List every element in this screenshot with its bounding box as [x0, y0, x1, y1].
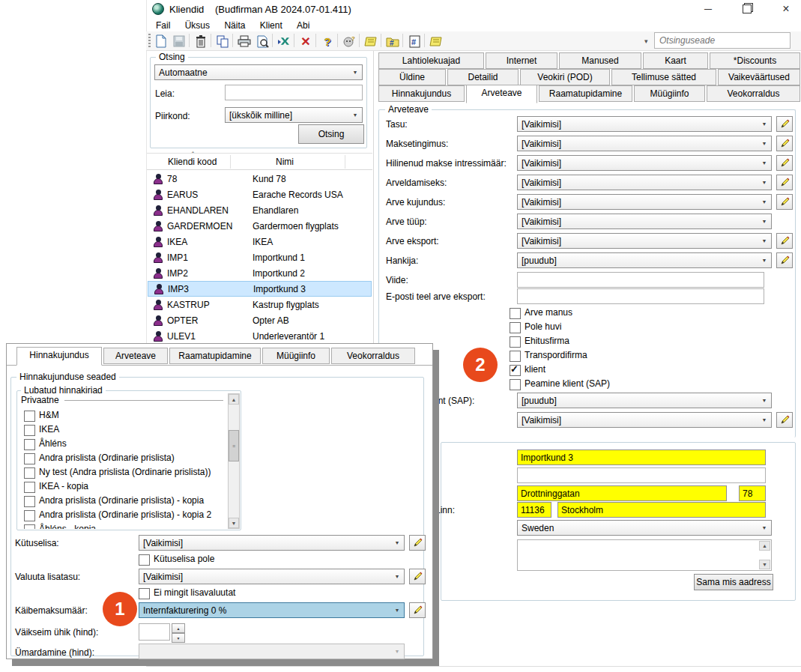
- scroll-down-icon[interactable]: ▼: [759, 560, 770, 569]
- scroll-thumb[interactable]: ≡: [229, 430, 239, 461]
- tab-arveteave-active[interactable]: Arveteave: [466, 85, 537, 103]
- tab-lahtiolekuajad[interactable]: Lahtiolekuajad: [378, 52, 484, 69]
- pricelist-listbox[interactable]: Privaatne H&M IKEA Åhléns Andra prislist…: [18, 393, 240, 529]
- edit-pencil-button[interactable]: [409, 602, 426, 618]
- new-document-icon[interactable]: [154, 34, 169, 49]
- toolbar-grip[interactable]: [148, 34, 151, 47]
- arve-manus-checkbox[interactable]: [510, 308, 521, 319]
- edit-pencil-button[interactable]: [776, 194, 793, 210]
- edit-pencil-button[interactable]: [409, 569, 426, 584]
- tab-manused[interactable]: Manused: [559, 52, 641, 69]
- arve-kujundus-select[interactable]: [Vaikimisi]▼: [517, 194, 772, 210]
- edit-pencil-button[interactable]: [776, 175, 793, 190]
- dialog-tab-muugiinfo[interactable]: Müügiinfo: [262, 348, 330, 364]
- menu-uksus[interactable]: Üksus: [179, 18, 216, 33]
- pricelist-checkbox[interactable]: [24, 411, 35, 422]
- edit-pencil-button[interactable]: [776, 252, 793, 268]
- pricelist-checkbox[interactable]: [24, 496, 35, 507]
- tasu-select[interactable]: [Vaikimisi]▼: [517, 116, 772, 132]
- page-number-icon[interactable]: #: [407, 34, 422, 49]
- tab-tellimuse-satted[interactable]: Tellimuse sätted: [611, 69, 716, 85]
- edit-pencil-button[interactable]: [776, 116, 793, 132]
- folder-number-icon[interactable]: #: [385, 34, 400, 49]
- tab-veokorraldus[interactable]: Veokorraldus: [707, 85, 800, 102]
- panel-splitter[interactable]: [373, 51, 374, 345]
- list-item[interactable]: ULEV1Underleverantör 1: [148, 328, 372, 344]
- print-icon[interactable]: [237, 34, 252, 49]
- notes-icon[interactable]: [429, 34, 444, 49]
- region-select[interactable]: [ükskõik milline]▼: [225, 107, 363, 123]
- list-item[interactable]: EHANDLARENEhandlaren: [148, 202, 372, 218]
- find-input[interactable]: [225, 85, 363, 100]
- search-input[interactable]: [654, 32, 791, 49]
- delete-icon[interactable]: [193, 34, 208, 49]
- currency-select[interactable]: [Vaikimisi]▼: [139, 569, 405, 584]
- city-field[interactable]: [557, 502, 766, 518]
- menu-klient[interactable]: Klient: [254, 18, 288, 33]
- scroll-down-icon[interactable]: ▼: [229, 518, 239, 528]
- scroll-up-icon[interactable]: ▲: [759, 541, 770, 551]
- no-extra-currency-checkbox[interactable]: [139, 588, 150, 599]
- column-header-name[interactable]: Nimi: [276, 157, 294, 167]
- stepper-down-icon[interactable]: ▼: [172, 633, 185, 643]
- dialog-tab-veokorraldus[interactable]: Veokorraldus: [331, 348, 415, 364]
- list-item[interactable]: IKEAIKEA: [148, 234, 372, 249]
- minimize-button[interactable]: ─: [695, 0, 721, 18]
- list-item[interactable]: OPTEROpter AB: [148, 312, 372, 328]
- viide-input[interactable]: [517, 272, 764, 288]
- tab-veokiri-pod[interactable]: Veokiri (POD): [520, 69, 610, 85]
- search-button[interactable]: Otsing: [298, 124, 364, 144]
- klient-checkbox[interactable]: [510, 365, 521, 376]
- peamine-klient-checkbox[interactable]: [510, 379, 521, 390]
- ehitusfirma-checkbox[interactable]: [510, 336, 521, 348]
- pricelist-checkbox[interactable]: [24, 425, 35, 436]
- client-list-header[interactable]: Kliendi kood ˆ Nimi: [147, 154, 372, 170]
- vat-select[interactable]: Internfakturering 0 %▼: [139, 602, 405, 618]
- fuel-none-checkbox[interactable]: [139, 554, 150, 566]
- pricelist-checkbox[interactable]: [24, 467, 35, 479]
- cancel-icon[interactable]: ✕: [298, 34, 313, 49]
- assistant-icon[interactable]: ?: [342, 34, 357, 49]
- arve-tuup-select[interactable]: [Vaikimisi]▼: [517, 214, 772, 229]
- menu-naita[interactable]: Näita: [218, 18, 251, 33]
- street-number-field[interactable]: [739, 485, 766, 501]
- edit-pencil-button[interactable]: [409, 535, 426, 551]
- tab-vaikevaartused[interactable]: Vaikeväärtused: [718, 69, 800, 85]
- pricelist-checkbox[interactable]: [24, 524, 35, 529]
- restore-button[interactable]: [734, 0, 760, 18]
- list-item[interactable]: IMP2Importkund 2: [148, 265, 372, 281]
- note-icon[interactable]: [363, 34, 378, 49]
- tab-hinnakujundus[interactable]: Hinnakujundus: [378, 85, 465, 102]
- tab-detailid[interactable]: Detailid: [447, 69, 519, 85]
- email-export-input[interactable]: [517, 288, 764, 304]
- zip-field[interactable]: [517, 502, 551, 518]
- help-icon[interactable]: ?: [320, 34, 335, 49]
- country-select[interactable]: Sweden▼: [517, 520, 772, 536]
- list-item[interactable]: IMP1Importkund 1: [148, 249, 372, 265]
- tab-muugiinfo[interactable]: Müügiinfo: [634, 85, 705, 102]
- print-preview-icon[interactable]: [255, 34, 270, 49]
- min-unit-input[interactable]: [139, 623, 170, 641]
- edit-pencil-button[interactable]: [776, 155, 793, 171]
- default-select[interactable]: [Vaikimisi]▼: [517, 412, 772, 428]
- save-icon[interactable]: [172, 34, 187, 49]
- copy-icon[interactable]: [215, 34, 230, 49]
- address-line2-field[interactable]: [517, 467, 766, 483]
- sap-select[interactable]: [puudub]▼: [517, 393, 772, 408]
- edit-pencil-button[interactable]: [776, 136, 793, 151]
- dialog-tab-raamatupidamine[interactable]: Raamatupidamine: [169, 348, 261, 364]
- menu-abi[interactable]: Abi: [291, 18, 315, 33]
- stepper-up-icon[interactable]: ▲: [172, 623, 185, 633]
- edit-pencil-button[interactable]: [776, 412, 793, 428]
- list-item[interactable]: KASTRUPKastrup flygplats: [148, 297, 372, 312]
- arveldamiseks-select[interactable]: [Vaikimisi]▼: [517, 175, 772, 190]
- intressimaar-select[interactable]: [Vaikimisi]▼: [517, 155, 772, 171]
- pricelist-scrollbar[interactable]: ▲ ▼ ≡: [228, 393, 240, 529]
- pricelist-checkbox[interactable]: [24, 482, 35, 493]
- pricelist-checkbox[interactable]: [24, 439, 35, 450]
- column-header-code[interactable]: Kliendi kood: [168, 157, 217, 167]
- pricelist-checkbox[interactable]: [24, 510, 35, 521]
- dialog-tab-arveteave[interactable]: Arveteave: [103, 348, 168, 364]
- menu-fail[interactable]: Fail: [150, 18, 176, 33]
- list-item[interactable]: 78Kund 78: [148, 171, 372, 187]
